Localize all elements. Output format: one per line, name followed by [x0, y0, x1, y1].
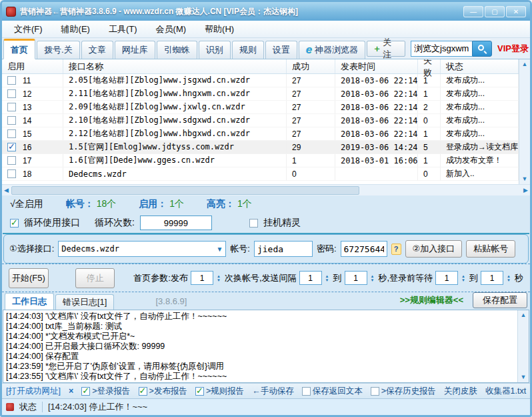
row-checkbox[interactable]: [7, 156, 16, 165]
interval-from-input[interactable]: [299, 271, 322, 285]
interface-select[interactable]: Dedecms.wzdr ▼: [58, 241, 226, 257]
scroll-down-icon[interactable]: ▼: [521, 372, 527, 382]
tab-work-log[interactable]: 工作日志: [5, 293, 54, 310]
tab-error-log[interactable]: 错误日志[1]: [55, 294, 114, 310]
interval-to-input[interactable]: [345, 271, 367, 285]
loop-interface-checkbox[interactable]: [10, 219, 19, 228]
tab-rules[interactable]: 规则: [232, 41, 264, 59]
help-icon[interactable]: ?: [391, 244, 401, 255]
rule-report-checkbox[interactable]: [195, 387, 204, 396]
menu-file[interactable]: 文件(F): [5, 21, 52, 38]
log-vertical-scrollbar[interactable]: ▲ ▼: [517, 310, 529, 382]
manual-save-link[interactable]: ←手动保存: [252, 386, 294, 397]
rule-report-option[interactable]: >规则报告: [195, 386, 244, 397]
highlight-count: 1个: [237, 198, 252, 210]
table-row[interactable]: 18 Dedecms.wzdr 0 0 新加入..: [2, 167, 519, 181]
row-checkbox[interactable]: [7, 169, 16, 178]
header-enable[interactable]: 启用: [2, 59, 63, 73]
spinner[interactable]: ▲▼: [461, 274, 465, 282]
row-checkbox[interactable]: [7, 129, 16, 138]
tab-urllib[interactable]: 网址库: [115, 41, 155, 59]
save-history-checkbox[interactable]: [371, 387, 379, 396]
tab-article[interactable]: 文章: [81, 41, 113, 59]
table-row[interactable]: 13 2.09[地名站群][Zblog]www.jxwlg.cn.wzdr 27…: [2, 101, 519, 114]
row-checkbox[interactable]: [7, 143, 16, 151]
row-checkbox[interactable]: [7, 116, 16, 125]
hangup-checkbox[interactable]: [249, 219, 258, 228]
tab-home[interactable]: 首页: [3, 39, 35, 59]
join-interface-button[interactable]: ②加入接口: [405, 240, 463, 258]
table-row[interactable]: 17 1.6[官网][Dede]www.gges.cn.wzdr 1 2018-…: [2, 154, 519, 167]
minimize-button[interactable]: —: [463, 6, 483, 17]
save-config-button[interactable]: 保存配置: [473, 292, 527, 308]
clear-icon[interactable]: ×: [69, 386, 73, 396]
table-row[interactable]: 12 2.11[地名站群][Zblog]www.hngxwm.cn.wzdr 2…: [2, 87, 519, 101]
row-checkbox[interactable]: [7, 89, 16, 98]
scroll-up-icon[interactable]: ▲: [521, 310, 527, 320]
save-return-checkbox[interactable]: [302, 387, 311, 396]
header-time[interactable]: 发表时间: [335, 59, 418, 73]
login-report-option[interactable]: >登录报告: [81, 386, 130, 397]
vip-login-link[interactable]: VIP登录: [497, 43, 529, 55]
header-name[interactable]: 接口名称: [63, 59, 287, 73]
publish-report-checkbox[interactable]: [139, 387, 147, 396]
wait-to-input[interactable]: [481, 271, 503, 285]
account-input[interactable]: [254, 241, 313, 257]
rule-editor-link[interactable]: >>规则编辑器<<: [400, 294, 463, 306]
menu-assist[interactable]: 辅助(E): [52, 21, 99, 38]
scroll-right-icon[interactable]: ▶: [523, 185, 528, 195]
close-skin-link[interactable]: 关闭皮肤: [444, 386, 477, 397]
chevron-down-icon: ▼: [216, 246, 223, 253]
spinner[interactable]: ▲▼: [325, 274, 329, 282]
table-row[interactable]: 15 2.12[地名站群][Zblog]www.hbgxwd.cn.wzdr 2…: [2, 127, 519, 141]
follow-button[interactable]: ＋ 关注: [367, 41, 405, 57]
scroll-left-icon[interactable]: ◀: [4, 185, 9, 195]
spinner[interactable]: ▲▼: [507, 274, 511, 282]
publish-report-option[interactable]: >发布报告: [139, 386, 187, 397]
maximize-button[interactable]: ▢: [485, 6, 505, 17]
tab-browser[interactable]: e 神器浏览器: [299, 41, 365, 59]
status-icon: [6, 403, 14, 411]
header-success[interactable]: 成功: [287, 59, 335, 73]
paste-account-button[interactable]: 粘贴帐号: [466, 240, 515, 258]
scrollbar-thumb[interactable]: [11, 186, 359, 195]
login-report-checkbox[interactable]: [81, 387, 90, 396]
select-all-toggle[interactable]: √全启用: [10, 198, 43, 210]
search-input[interactable]: [411, 41, 472, 57]
row-checkbox[interactable]: [7, 103, 16, 111]
scroll-down-icon[interactable]: ▼: [522, 174, 528, 184]
menu-help[interactable]: 帮助(H): [195, 21, 243, 38]
close-button[interactable]: ✕: [506, 6, 526, 17]
scroll-up-icon[interactable]: ▲: [522, 59, 528, 69]
wait-from-input[interactable]: [435, 271, 458, 285]
password-input[interactable]: [341, 241, 387, 257]
spinner[interactable]: ▲▼: [217, 274, 221, 282]
menu-member[interactable]: 会员(M): [147, 21, 196, 38]
tab-dial[interactable]: 拨号.关: [37, 41, 80, 59]
save-return-option[interactable]: 保存返回文本: [302, 386, 363, 397]
spinner[interactable]: ▲▼: [371, 274, 375, 282]
save-history-option[interactable]: >保存历史报告: [371, 386, 436, 397]
interface-table: 启用 接口名称 成功 发表时间 失败 状态 11 2.05[地名站群][Zblo…: [2, 59, 530, 195]
table-horizontal-scrollbar[interactable]: ◀ ▶: [2, 184, 530, 195]
table-row[interactable]: 14 2.10[地名站群][Zblog]www.sdgxwd.cn.wzdr 2…: [2, 114, 519, 127]
tab-spider[interactable]: 引蜘蛛: [157, 41, 197, 59]
row-checkbox[interactable]: [7, 76, 16, 85]
loop-count-input[interactable]: [140, 216, 212, 230]
publish-count-input[interactable]: [191, 271, 213, 285]
table-row[interactable]: 11 2.05[地名站群][Zblog]www.jsgxwd.cn.wzdr 2…: [2, 74, 519, 87]
table-row-selected[interactable]: 16 1.5[官网][Emlog]www.jdtyss.com.wzdr 29 …: [2, 141, 519, 154]
table-vertical-scrollbar[interactable]: ▲ ▼: [519, 59, 530, 184]
header-fail[interactable]: 失败: [418, 59, 441, 73]
tab-settings[interactable]: 设置: [265, 41, 297, 59]
tab-identify[interactable]: 识别: [199, 41, 231, 59]
stop-button[interactable]: 停止: [75, 268, 115, 288]
header-status[interactable]: 状态: [441, 59, 519, 73]
search-button[interactable]: [472, 41, 492, 57]
collector-link[interactable]: 收集器1.txt: [485, 386, 526, 397]
open-success-urls-link[interactable]: [打开成功网址]: [6, 386, 61, 397]
work-log-area[interactable]: [14:24:03] '\文档库\' 没有txt文件了，自动停止工作！~~~~~…: [3, 310, 529, 383]
menu-tools[interactable]: 工具(T): [99, 21, 147, 38]
start-button[interactable]: 开始(F5): [9, 268, 49, 288]
divider: [42, 402, 43, 412]
